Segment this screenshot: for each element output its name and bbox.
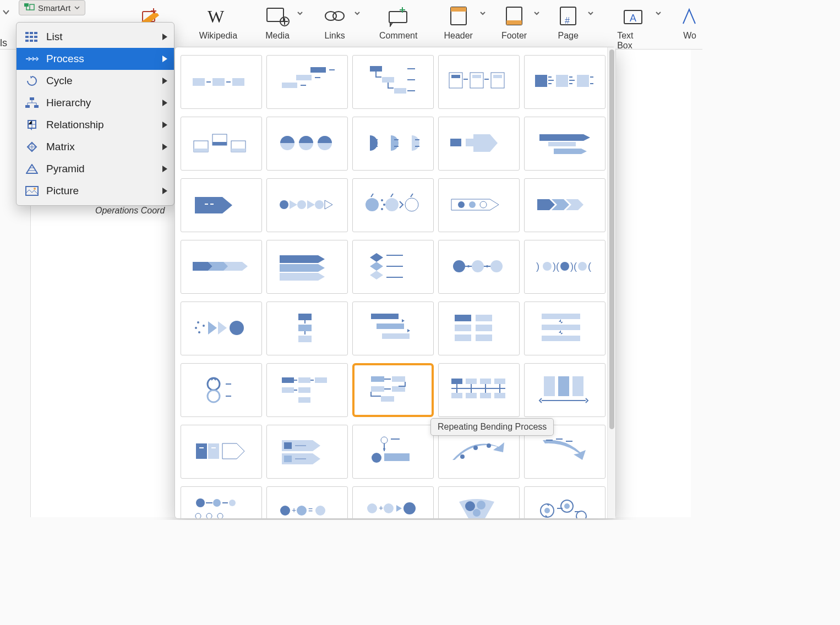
wikipedia-group[interactable]: W Wikipedia xyxy=(199,0,237,41)
gallery-thumb[interactable] xyxy=(438,240,520,294)
document-body-text: Operations Coord xyxy=(95,206,165,216)
svg-point-149 xyxy=(280,506,290,516)
svg-rect-103 xyxy=(455,335,471,341)
svg-rect-20 xyxy=(34,32,37,34)
svg-rect-97 xyxy=(377,324,404,329)
gallery-thumb[interactable] xyxy=(352,240,434,294)
gallery-thumb[interactable] xyxy=(438,363,520,417)
svg-point-142 xyxy=(487,443,491,448)
gallery-thumb[interactable] xyxy=(438,301,520,355)
svg-rect-33 xyxy=(193,78,205,86)
svg-point-67 xyxy=(366,198,379,211)
svg-rect-99 xyxy=(455,315,471,321)
gallery-thumb-repeating-bending-process[interactable] xyxy=(352,363,434,417)
gallery-thumb[interactable] xyxy=(524,363,606,417)
svg-text:(: ( xyxy=(588,261,591,272)
svg-rect-122 xyxy=(466,379,477,384)
gallery-thumb[interactable] xyxy=(352,117,434,171)
links-icon xyxy=(322,3,347,29)
gallery-thumb[interactable] xyxy=(266,301,348,355)
svg-point-145 xyxy=(229,500,236,506)
svg-text:)(: )( xyxy=(570,261,577,272)
svg-rect-135 xyxy=(284,456,292,462)
hierarchy-icon xyxy=(24,96,40,109)
menu-item-matrix[interactable]: Matrix xyxy=(17,136,174,158)
svg-point-137 xyxy=(372,453,381,463)
menu-item-hierarchy[interactable]: Hierarchy xyxy=(17,92,174,114)
gallery-thumb[interactable] xyxy=(352,55,434,109)
comment-group[interactable]: Comment xyxy=(379,0,417,41)
gallery-thumb[interactable] xyxy=(266,178,348,232)
page-group[interactable]: # Page xyxy=(555,0,581,41)
gallery-thumb[interactable] xyxy=(524,486,606,518)
gallery-thumb[interactable] xyxy=(438,486,520,518)
links-group[interactable]: Links xyxy=(322,0,347,41)
gallery-thumb[interactable] xyxy=(438,117,520,171)
gallery-thumb[interactable] xyxy=(266,425,348,479)
menu-item-picture[interactable]: Picture xyxy=(17,180,174,202)
gallery-thumb[interactable] xyxy=(352,301,434,355)
svg-rect-117 xyxy=(392,376,405,382)
ribbon-prev-chevron[interactable] xyxy=(0,0,12,24)
svg-rect-40 xyxy=(382,77,394,83)
gallery-thumb[interactable] xyxy=(352,178,434,232)
svg-rect-123 xyxy=(480,379,491,384)
smartart-category-menu: List Process Cycle Hierarchy Relationshi… xyxy=(16,22,174,206)
gallery-thumb[interactable] xyxy=(181,363,262,417)
menu-item-cycle[interactable]: Cycle xyxy=(17,70,174,92)
gallery-thumb[interactable]: + xyxy=(352,486,434,518)
svg-point-72 xyxy=(381,208,383,210)
svg-rect-41 xyxy=(394,88,406,94)
gallery-thumb[interactable] xyxy=(266,55,348,109)
svg-point-92 xyxy=(230,321,244,335)
smartart-dropdown-button[interactable]: SmartArt xyxy=(19,0,85,15)
svg-point-144 xyxy=(213,499,221,507)
media-group[interactable]: Media xyxy=(265,0,290,41)
gallery-thumb[interactable] xyxy=(524,55,606,109)
menu-item-list[interactable]: List xyxy=(17,26,174,48)
svg-rect-113 xyxy=(282,387,294,393)
svg-point-108 xyxy=(208,378,220,390)
gallery-thumb[interactable] xyxy=(266,363,348,417)
menu-item-pyramid[interactable]: Pyramid xyxy=(17,158,174,180)
gallery-thumb[interactable] xyxy=(181,55,262,109)
textbox-group[interactable]: A Text Box xyxy=(617,0,648,51)
menu-item-label: Picture xyxy=(46,185,79,197)
svg-rect-23 xyxy=(34,36,37,38)
svg-rect-111 xyxy=(298,377,310,383)
menu-item-relationship[interactable]: Relationship xyxy=(17,114,174,136)
cycle-icon xyxy=(24,74,40,87)
gallery-thumb[interactable]: += xyxy=(266,486,348,518)
svg-rect-39 xyxy=(370,66,382,72)
gallery-thumb[interactable] xyxy=(524,301,606,355)
smartart-icon xyxy=(24,3,35,13)
footer-group[interactable]: Footer xyxy=(501,0,527,41)
gallery-thumb[interactable] xyxy=(438,178,520,232)
svg-rect-38 xyxy=(282,83,297,88)
gallery-thumb[interactable] xyxy=(181,486,262,518)
gallery-thumb[interactable] xyxy=(266,240,348,294)
scrollbar-thumb[interactable] xyxy=(609,50,614,429)
gallery-thumb[interactable] xyxy=(524,117,606,171)
header-group[interactable]: Header xyxy=(444,0,472,41)
menu-item-process[interactable]: Process xyxy=(17,48,174,70)
svg-rect-36 xyxy=(310,67,326,73)
svg-point-91 xyxy=(203,325,205,327)
gallery-thumb[interactable]: ))()(( xyxy=(524,240,606,294)
gallery-thumb[interactable] xyxy=(352,425,434,479)
gallery-thumb[interactable] xyxy=(524,178,606,232)
gallery-thumb[interactable] xyxy=(181,178,262,232)
svg-rect-35 xyxy=(232,78,244,86)
gallery-thumb[interactable] xyxy=(181,425,262,479)
svg-rect-112 xyxy=(315,377,327,383)
svg-rect-133 xyxy=(208,443,219,459)
gallery-thumb[interactable] xyxy=(181,301,262,355)
gallery-thumb[interactable] xyxy=(438,55,520,109)
gallery-thumb[interactable] xyxy=(266,117,348,171)
menu-item-label: List xyxy=(46,31,63,43)
gallery-thumb[interactable] xyxy=(181,117,262,171)
wordart-group[interactable]: Wo xyxy=(677,0,702,41)
gallery-scrollbar[interactable] xyxy=(607,47,615,518)
links-label: Links xyxy=(324,31,345,41)
gallery-thumb[interactable] xyxy=(181,240,262,294)
